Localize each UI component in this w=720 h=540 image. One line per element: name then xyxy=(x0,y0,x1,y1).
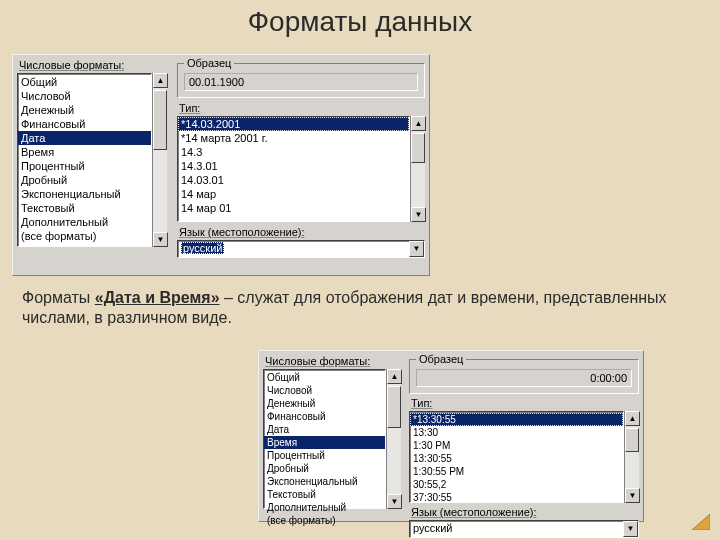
list-item[interactable]: 13:30:55 xyxy=(410,452,623,465)
scroll-up-icon[interactable]: ▲ xyxy=(387,369,402,384)
scrollbar[interactable]: ▲ ▼ xyxy=(386,369,401,509)
list-item[interactable]: Экспоненциальный xyxy=(264,475,385,488)
list-item[interactable]: Процентный xyxy=(18,159,151,173)
list-item[interactable]: 14.3 xyxy=(178,145,409,159)
scroll-up-icon[interactable]: ▲ xyxy=(411,116,426,131)
list-item[interactable]: Финансовый xyxy=(18,117,151,131)
list-item[interactable]: Числовой xyxy=(18,89,151,103)
scroll-down-icon[interactable]: ▼ xyxy=(387,494,402,509)
list-item[interactable]: Экспоненциальный xyxy=(18,187,151,201)
scrollbar[interactable]: ▲ ▼ xyxy=(410,116,425,222)
list-item[interactable]: (все форматы) xyxy=(264,514,385,527)
list-item[interactable]: Общий xyxy=(264,371,385,384)
list-item[interactable]: Денежный xyxy=(264,397,385,410)
scrollbar[interactable]: ▲ ▼ xyxy=(624,411,639,503)
scrollbar[interactable]: ▲ ▼ xyxy=(152,73,167,247)
list-item[interactable]: Дополнительный xyxy=(264,501,385,514)
list-item[interactable]: *14.03.2001 xyxy=(178,117,409,131)
page-turn-icon[interactable] xyxy=(692,514,710,530)
sample-group: Образец 0:00:00 xyxy=(409,353,639,394)
scroll-down-icon[interactable]: ▼ xyxy=(153,232,168,247)
type-label: Тип: xyxy=(179,102,425,114)
list-item[interactable]: *14 марта 2001 г. xyxy=(178,131,409,145)
list-item[interactable]: 1:30:55 PM xyxy=(410,465,623,478)
list-item[interactable]: Финансовый xyxy=(264,410,385,423)
list-item[interactable]: Дата xyxy=(18,131,151,145)
list-item[interactable]: Время xyxy=(264,436,385,449)
list-item[interactable]: 13:30 xyxy=(410,426,623,439)
locale-value: русский xyxy=(413,522,452,534)
chevron-down-icon[interactable]: ▼ xyxy=(409,241,424,257)
scroll-up-icon[interactable]: ▲ xyxy=(625,411,640,426)
locale-label: Язык (местоположение): xyxy=(411,506,639,518)
list-item[interactable]: Общий xyxy=(18,75,151,89)
list-item[interactable]: Дробный xyxy=(264,462,385,475)
type-list[interactable]: *14.03.2001*14 марта 2001 г.14.314.3.011… xyxy=(177,116,410,222)
number-formats-list[interactable]: ОбщийЧисловойДенежныйФинансовыйДатаВремя… xyxy=(17,73,152,247)
locale-label: Язык (местоположение): xyxy=(179,226,425,238)
list-item[interactable]: Дополнительный xyxy=(18,215,151,229)
number-formats-list[interactable]: ОбщийЧисловойДенежныйФинансовыйДатаВремя… xyxy=(263,369,386,509)
format-dialog-date: Числовые форматы: ОбщийЧисловойДенежныйФ… xyxy=(12,54,430,276)
list-item[interactable]: 14.3.01 xyxy=(178,159,409,173)
list-item[interactable]: *13:30:55 xyxy=(410,413,623,426)
sample-label: Образец xyxy=(184,57,234,69)
sample-value: 00.01.1900 xyxy=(184,73,418,91)
number-formats-label: Числовые форматы: xyxy=(265,355,401,367)
chevron-down-icon[interactable]: ▼ xyxy=(623,521,638,537)
list-item[interactable]: 30:55,2 xyxy=(410,478,623,491)
locale-dropdown[interactable]: ▼ русский xyxy=(409,520,639,538)
description-text: Форматы «Дата и Время» – служат для отоб… xyxy=(22,288,692,329)
list-item[interactable]: Процентный xyxy=(264,449,385,462)
format-dialog-time: Числовые форматы: ОбщийЧисловойДенежныйФ… xyxy=(258,350,644,522)
sample-label: Образец xyxy=(416,353,466,365)
list-item[interactable]: 1:30 PM xyxy=(410,439,623,452)
type-list[interactable]: *13:30:5513:301:30 PM13:30:551:30:55 PM3… xyxy=(409,411,624,503)
locale-dropdown[interactable]: ▼ русский xyxy=(177,240,425,258)
list-item[interactable]: Текстовый xyxy=(18,201,151,215)
type-label: Тип: xyxy=(411,397,639,409)
list-item[interactable]: Время xyxy=(18,145,151,159)
list-item[interactable]: Дробный xyxy=(18,173,151,187)
list-item[interactable]: 14.03.01 xyxy=(178,173,409,187)
scroll-down-icon[interactable]: ▼ xyxy=(625,488,640,503)
number-formats-label: Числовые форматы: xyxy=(19,59,167,71)
list-item[interactable]: (все форматы) xyxy=(18,229,151,243)
list-item[interactable]: Дата xyxy=(264,423,385,436)
locale-value: русский xyxy=(181,242,224,254)
list-item[interactable]: 14 мар 01 xyxy=(178,201,409,215)
scroll-down-icon[interactable]: ▼ xyxy=(411,207,426,222)
sample-group: Образец 00.01.1900 xyxy=(177,57,425,98)
list-item[interactable]: 37:30:55 xyxy=(410,491,623,504)
sample-value: 0:00:00 xyxy=(416,369,632,387)
page-title: Форматы данных xyxy=(0,0,720,42)
scroll-up-icon[interactable]: ▲ xyxy=(153,73,168,88)
list-item[interactable]: 14 мар xyxy=(178,187,409,201)
list-item[interactable]: Числовой xyxy=(264,384,385,397)
svg-marker-0 xyxy=(692,514,710,530)
list-item[interactable]: Денежный xyxy=(18,103,151,117)
list-item[interactable]: Текстовый xyxy=(264,488,385,501)
